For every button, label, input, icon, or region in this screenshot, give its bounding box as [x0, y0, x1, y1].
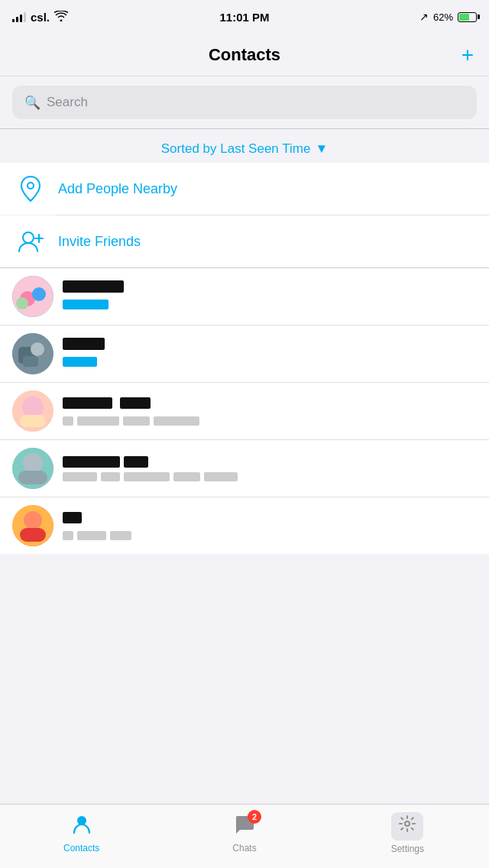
settings-icon — [391, 812, 423, 840]
chats-badge: 2 — [248, 810, 261, 824]
contacts-icon — [71, 813, 92, 840]
search-container: 🔍 Search — [0, 76, 489, 128]
contact-name — [63, 397, 477, 412]
contacts-list — [0, 268, 489, 554]
signal-icon — [12, 11, 26, 22]
badge-wrap: 2 — [234, 813, 255, 840]
avatar — [12, 333, 53, 374]
status-right: ↗ 62% — [419, 11, 477, 23]
status-time: 11:01 PM — [219, 11, 269, 24]
bottom-nav: Contacts 2 Chats Settings — [0, 804, 489, 868]
wifi-icon — [54, 11, 68, 24]
search-bar[interactable]: 🔍 Search — [12, 86, 477, 119]
svg-point-0 — [28, 183, 34, 189]
svg-rect-10 — [31, 342, 44, 356]
battery-icon — [458, 12, 477, 22]
invite-friends-label: Invite Friends — [58, 234, 141, 250]
contact-name — [63, 338, 477, 353]
contact-row[interactable] — [0, 439, 489, 497]
battery-percent: 62% — [433, 11, 453, 23]
contact-row[interactable] — [0, 497, 489, 554]
add-nearby-item[interactable]: Add People Nearby — [0, 163, 489, 215]
avatar — [12, 390, 53, 432]
add-contact-button[interactable]: + — [461, 44, 474, 66]
invite-icon — [15, 226, 46, 257]
contact-sub — [63, 416, 477, 426]
svg-point-1 — [23, 232, 34, 243]
sort-chevron-icon: ▼ — [315, 141, 328, 157]
nav-settings[interactable]: Settings — [326, 805, 489, 868]
status-bar: csl. 11:01 PM ↗ 62% — [0, 0, 489, 34]
contact-name — [63, 280, 477, 296]
contact-info — [63, 456, 477, 481]
search-placeholder: Search — [47, 95, 88, 110]
sort-label-text: Sorted by Last Seen Time — [161, 141, 311, 157]
svg-rect-20 — [20, 528, 46, 542]
page-header: Contacts + — [0, 34, 489, 76]
contact-sub — [63, 299, 477, 313]
sort-row[interactable]: Sorted by Last Seen Time ▼ — [0, 129, 489, 163]
location-icon: ↗ — [419, 11, 429, 23]
svg-rect-7 — [16, 297, 28, 309]
nav-settings-label: Settings — [391, 844, 424, 854]
search-icon: 🔍 — [24, 95, 40, 111]
avatar — [12, 276, 53, 317]
contact-sub — [63, 356, 477, 370]
svg-point-13 — [22, 397, 44, 418]
chats-icon: 2 — [234, 813, 255, 840]
contact-info — [63, 338, 477, 370]
svg-rect-17 — [18, 471, 47, 484]
svg-point-16 — [23, 453, 43, 473]
carrier-label: csl. — [31, 11, 50, 24]
contact-sub — [63, 531, 477, 540]
location-icon — [15, 173, 46, 204]
status-left: csl. — [12, 11, 68, 24]
svg-point-19 — [24, 511, 42, 530]
contact-name — [63, 456, 477, 468]
nav-contacts[interactable]: Contacts — [0, 805, 163, 868]
svg-point-22 — [405, 821, 410, 826]
svg-rect-11 — [23, 356, 38, 367]
nav-contacts-label: Contacts — [63, 843, 99, 853]
nav-chats[interactable]: 2 Chats — [163, 805, 325, 868]
avatar — [12, 448, 53, 489]
contact-sub — [63, 472, 477, 481]
contact-info — [63, 397, 477, 426]
contact-row[interactable] — [0, 382, 489, 439]
add-nearby-label: Add People Nearby — [58, 181, 177, 197]
avatar — [12, 505, 53, 546]
contact-info — [63, 512, 477, 540]
contact-row[interactable] — [0, 325, 489, 382]
contact-name — [63, 512, 477, 526]
svg-rect-14 — [20, 415, 46, 427]
invite-friends-item[interactable]: Invite Friends — [0, 215, 489, 267]
svg-rect-6 — [32, 287, 46, 301]
contact-info — [63, 280, 477, 313]
sort-label[interactable]: Sorted by Last Seen Time ▼ — [161, 141, 328, 157]
contact-row[interactable] — [0, 268, 489, 325]
nav-chats-label: Chats — [232, 843, 256, 853]
page-title: Contacts — [209, 45, 280, 65]
